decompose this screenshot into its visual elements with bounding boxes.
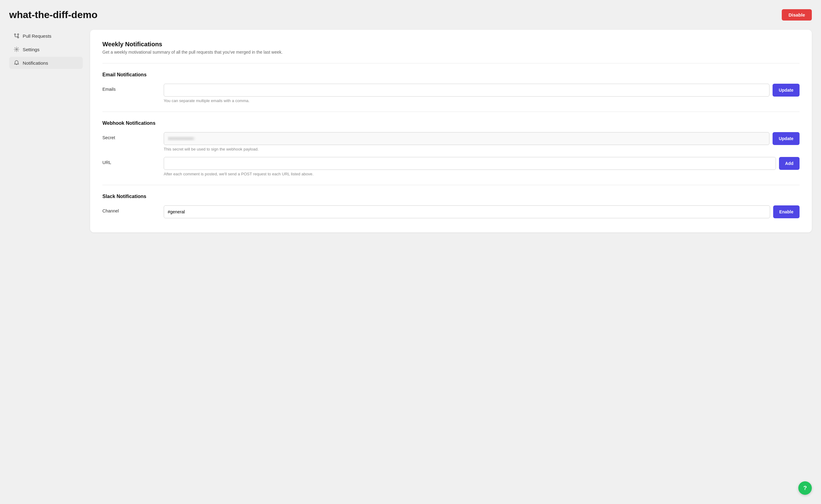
sidebar-item-settings[interactable]: Settings (9, 43, 83, 55)
divider-3 (102, 185, 800, 185)
sidebar-item-notifications[interactable]: Notifications (9, 57, 83, 69)
channel-label: Channel (102, 205, 164, 213)
slack-section-title: Slack Notifications (102, 194, 800, 199)
webhook-section: Webhook Notifications Secret Update This… (102, 120, 800, 176)
secret-update-button[interactable]: Update (773, 132, 800, 145)
url-input[interactable] (164, 157, 776, 170)
weekly-notifications-description: Get a weekly motivational summary of all… (102, 50, 800, 55)
channel-row: Channel Enable (102, 205, 800, 218)
url-add-button[interactable]: Add (779, 157, 800, 170)
sidebar-label-settings: Settings (23, 47, 40, 52)
channel-enable-button[interactable]: Enable (773, 205, 800, 218)
webhook-section-title: Webhook Notifications (102, 120, 800, 126)
url-input-row: Add (164, 157, 800, 170)
sidebar-item-pull-requests[interactable]: Pull Requests (9, 30, 83, 42)
channel-input[interactable] (164, 205, 770, 218)
url-hint: After each comment is posted, we'll send… (164, 172, 800, 176)
email-section-title: Email Notifications (102, 72, 800, 78)
divider-2 (102, 112, 800, 112)
svg-point-0 (14, 34, 16, 35)
channel-control-group: Enable (164, 205, 800, 218)
bell-icon (13, 60, 20, 66)
emails-label: Emails (102, 84, 164, 92)
emails-row: Emails Update You can separate multiple … (102, 84, 800, 103)
disable-button[interactable]: Disable (782, 9, 812, 21)
url-control-group: Add After each comment is posted, we'll … (164, 157, 800, 176)
divider-1 (102, 63, 800, 63)
url-label: URL (102, 157, 164, 165)
main-panel: Weekly Notifications Get a weekly motiva… (90, 30, 812, 232)
emails-hint: You can separate multiple emails with a … (164, 98, 800, 103)
svg-point-1 (17, 37, 19, 38)
secret-hint: This secret will be used to sign the web… (164, 147, 800, 151)
secret-control-group: Update This secret will be used to sign … (164, 132, 800, 151)
svg-point-4 (16, 49, 17, 50)
slack-section: Slack Notifications Channel Enable (102, 194, 800, 218)
url-row: URL Add After each comment is posted, we… (102, 157, 800, 176)
emails-update-button[interactable]: Update (773, 84, 800, 97)
secret-input-row: Update (164, 132, 800, 145)
sidebar-label-pull-requests: Pull Requests (23, 33, 52, 39)
secret-input[interactable] (164, 132, 769, 145)
sidebar: Pull Requests Settings Notifications (9, 30, 83, 232)
email-section: Email Notifications Emails Update You ca… (102, 72, 800, 103)
settings-icon (13, 46, 20, 52)
emails-control-group: Update You can separate multiple emails … (164, 84, 800, 103)
pull-request-icon (13, 33, 20, 39)
svg-point-2 (17, 34, 19, 35)
secret-row: Secret Update This secret will be used t… (102, 132, 800, 151)
secret-label: Secret (102, 132, 164, 140)
sidebar-label-notifications: Notifications (23, 60, 48, 66)
weekly-notifications-title: Weekly Notifications (102, 41, 800, 48)
page-title: what-the-diff-demo (9, 9, 97, 21)
help-button[interactable]: ? (798, 481, 812, 495)
emails-input-row: Update (164, 84, 800, 97)
channel-input-row: Enable (164, 205, 800, 218)
emails-input[interactable] (164, 84, 769, 97)
